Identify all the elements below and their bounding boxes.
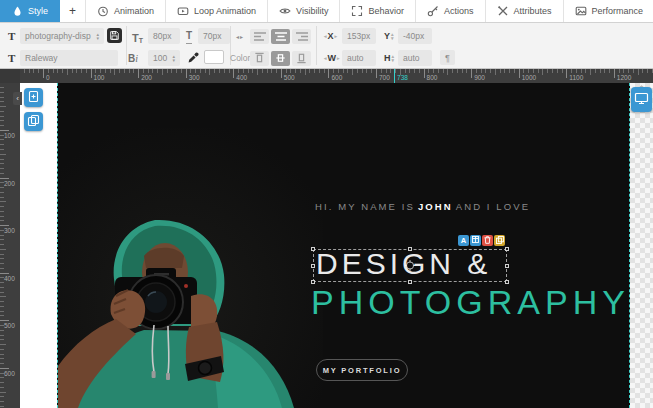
ruler-tick	[300, 69, 301, 73]
align-bottom-button[interactable]	[292, 51, 311, 66]
tab-style[interactable]: Style	[0, 0, 60, 22]
font-family-field[interactable]: Raleway	[20, 50, 118, 66]
ruler-tick	[538, 69, 539, 73]
ruler-tick	[0, 382, 4, 383]
ruler-tick	[0, 406, 4, 407]
width-field[interactable]: auto	[342, 50, 376, 66]
ruler-tick	[81, 69, 82, 73]
ruler-label: 800	[427, 74, 438, 81]
delete-button[interactable]	[482, 235, 493, 246]
ruler-tick	[214, 69, 215, 73]
ruler-tick	[229, 69, 230, 73]
copy-icon	[496, 236, 504, 246]
tab-add[interactable]: +	[60, 0, 86, 22]
ruler-tick	[0, 301, 4, 302]
ruler-tick	[447, 69, 448, 75]
tab-visibility[interactable]: Visibility	[268, 0, 340, 22]
resize-handle[interactable]	[505, 247, 509, 251]
ruler-tick	[267, 69, 268, 73]
ruler-tick	[333, 69, 334, 73]
ruler-tick	[533, 69, 534, 73]
ruler-tick	[443, 69, 444, 73]
font-size-field[interactable]: 80px	[148, 28, 180, 44]
resize-handle[interactable]	[408, 247, 412, 251]
align-middle-button[interactable]	[271, 51, 290, 66]
ruler-tick	[347, 69, 348, 73]
ruler-label: 600	[4, 370, 15, 377]
duplicate-button[interactable]	[494, 235, 505, 246]
ruler-tick	[409, 69, 410, 73]
height-field[interactable]: auto	[398, 50, 432, 66]
desktop-preview-button[interactable]	[631, 87, 652, 112]
tab-attributes[interactable]: Attributes	[486, 0, 564, 22]
ruler-tick	[590, 69, 591, 75]
bold-italic-toggle[interactable]: Bi	[128, 50, 138, 66]
align-right-button[interactable]	[292, 29, 311, 44]
toolbar-divider	[126, 26, 127, 65]
ruler-tick	[0, 263, 4, 264]
tab-loop-animation[interactable]: Loop Animation	[166, 0, 268, 22]
ruler-tick	[324, 69, 325, 73]
photographer-image[interactable]	[58, 128, 323, 408]
ruler-tick	[628, 69, 629, 73]
collapse-panel-button[interactable]: ‹	[13, 92, 22, 105]
ruler-tick	[281, 69, 282, 78]
intro-text[interactable]: HI. MY NAME ISJOHNAND I LOVE	[315, 201, 530, 212]
ruler-tick	[314, 69, 315, 73]
edit-text-button[interactable]: A	[458, 235, 469, 246]
selected-text-element[interactable]: DESIGN &	[313, 249, 507, 282]
ruler-tick	[295, 69, 296, 73]
tab-label: Behavior	[368, 6, 404, 16]
tab-animation[interactable]: Animation	[86, 0, 166, 22]
slide[interactable]: HI. MY NAME ISJOHNAND I LOVE A	[57, 83, 630, 408]
ruler-tick	[0, 173, 4, 174]
ruler-tick	[600, 69, 601, 73]
font-weight-field[interactable]: 100 ▴▾	[148, 50, 180, 66]
resize-handle[interactable]	[311, 264, 315, 268]
line-height-field[interactable]: 70px	[198, 28, 230, 44]
add-slide-button[interactable]	[24, 88, 43, 107]
color-swatch[interactable]	[204, 50, 224, 64]
eyedropper-button[interactable]	[188, 50, 199, 66]
text-style-select[interactable]: photography-disp ▴▾	[20, 28, 104, 44]
ruler-tick	[366, 69, 367, 73]
ruler-tick	[328, 69, 329, 78]
paragraph-button[interactable]: ¶	[440, 50, 455, 65]
tab-actions[interactable]: Actions	[416, 0, 486, 22]
tab-performance[interactable]: Performance	[564, 0, 653, 22]
align-center-button[interactable]	[271, 29, 290, 44]
monitor-icon	[634, 91, 649, 109]
type-label: T	[8, 28, 15, 44]
align-left-button[interactable]	[250, 29, 269, 44]
ruler-tick	[33, 69, 34, 73]
ruler-tick	[0, 392, 6, 393]
ruler-tick	[424, 69, 425, 78]
align-top-button[interactable]	[250, 51, 269, 66]
x-position-field[interactable]: 153px	[342, 28, 376, 44]
ruler-tick	[0, 192, 4, 193]
ruler-label: 300	[4, 227, 15, 234]
tab-behavior[interactable]: Behavior	[340, 0, 416, 22]
letter-spacing-icon[interactable]: ◂▸	[236, 28, 244, 44]
duplicate-slide-button[interactable]	[24, 112, 43, 131]
ruler-tick	[224, 69, 225, 73]
eyedropper-icon	[188, 49, 199, 67]
ruler-tick	[647, 69, 648, 73]
text-align-group	[250, 28, 311, 44]
ruler-label: 900	[474, 74, 485, 81]
save-style-button[interactable]	[107, 28, 122, 43]
ruler-tick	[0, 306, 4, 307]
settings-button[interactable]	[470, 235, 481, 246]
ruler-tick	[0, 111, 4, 112]
ruler-tick	[514, 69, 515, 73]
ruler-label: 200	[4, 180, 15, 187]
ruler-tick	[0, 296, 6, 297]
heading-photography[interactable]: PHOTOGRAPHY	[311, 283, 630, 322]
ruler-tick	[262, 69, 263, 73]
style-icon	[11, 5, 23, 17]
y-position-field[interactable]: -40px	[398, 28, 432, 44]
portfolio-button[interactable]: MY PORTFOLIO	[316, 359, 408, 381]
resize-handle[interactable]	[311, 247, 315, 251]
resize-handle[interactable]	[505, 264, 509, 268]
ruler-tick	[414, 69, 415, 73]
